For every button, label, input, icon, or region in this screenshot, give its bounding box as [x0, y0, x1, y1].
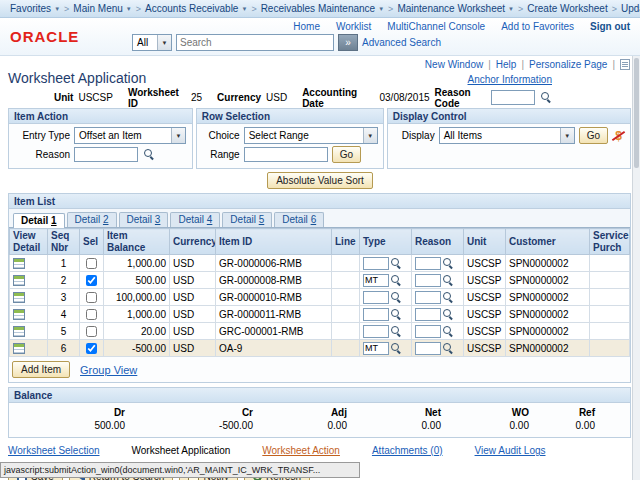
breadcrumb-item[interactable]: Main Menu▼	[73, 3, 131, 14]
column-header[interactable]: Customer	[506, 229, 590, 255]
tab-detail-1[interactable]: Detail 1	[13, 213, 65, 228]
unit-cell: USCSP	[464, 306, 506, 323]
search-scope-select[interactable]: All ▼	[132, 34, 172, 51]
column-header[interactable]: Sel	[80, 229, 104, 255]
lookup-icon[interactable]	[443, 275, 454, 286]
footer-link[interactable]: Attachments (0)	[372, 445, 443, 456]
type-input[interactable]	[363, 274, 389, 287]
choice-select[interactable]: Select Range ▼	[244, 127, 378, 144]
footer-link[interactable]: View Audit Logs	[475, 445, 546, 456]
page-link[interactable]: Help	[496, 59, 517, 70]
column-header[interactable]: Type	[360, 229, 412, 255]
row-select-checkbox[interactable]	[86, 309, 97, 320]
search-input[interactable]	[176, 34, 334, 51]
type-input[interactable]	[363, 291, 389, 304]
type-input[interactable]	[363, 308, 389, 321]
lookup-icon[interactable]	[391, 258, 402, 269]
top-nav-link[interactable]: Home	[293, 21, 320, 32]
anchor-information-link[interactable]: Anchor Information	[468, 74, 553, 85]
reason-input[interactable]	[415, 291, 441, 304]
lookup-icon[interactable]	[391, 292, 402, 303]
lookup-icon[interactable]	[443, 292, 454, 303]
absolute-value-sort-button[interactable]: Absolute Value Sort	[267, 172, 373, 189]
top-nav-link[interactable]: Worklist	[336, 21, 371, 32]
top-nav-link[interactable]: MultiChannel Console	[387, 21, 485, 32]
lookup-icon[interactable]	[541, 92, 552, 103]
view-detail-icon[interactable]	[13, 275, 25, 286]
tab-detail-2[interactable]: Detail 2	[67, 212, 117, 227]
display-select[interactable]: All Items ▼	[439, 127, 575, 144]
sign-out-link[interactable]: Sign out	[590, 21, 630, 32]
item-action-title: Item Action	[9, 109, 192, 124]
breadcrumb-item[interactable]: Update Worksheet	[621, 3, 640, 14]
tab-detail-6[interactable]: Detail 6	[274, 212, 324, 227]
column-header[interactable]: Reason	[412, 229, 464, 255]
view-detail-icon[interactable]	[13, 326, 25, 337]
row-select-checkbox[interactable]	[86, 343, 97, 354]
top-nav-link[interactable]: Add to Favorites	[501, 21, 574, 32]
column-header[interactable]: View Detail	[10, 229, 48, 255]
display-go-button[interactable]: Go	[579, 127, 608, 144]
advanced-search-link[interactable]: Advanced Search	[362, 37, 441, 48]
view-detail-icon[interactable]	[13, 309, 25, 320]
view-detail-icon[interactable]	[13, 258, 25, 269]
reason-input[interactable]	[415, 325, 441, 338]
lookup-icon[interactable]	[144, 149, 155, 160]
currency-symbol-toggle-icon[interactable]: $	[612, 129, 625, 143]
view-detail-icon[interactable]	[13, 343, 25, 354]
reason-input[interactable]	[415, 308, 441, 321]
reason-input[interactable]	[415, 257, 441, 270]
page-link[interactable]: New Window	[425, 59, 483, 70]
lookup-icon[interactable]	[391, 326, 402, 337]
row-select-checkbox[interactable]	[86, 326, 97, 337]
item-action-reason-input[interactable]	[74, 147, 138, 162]
lookup-icon[interactable]	[391, 275, 402, 286]
column-header[interactable]: Unit	[464, 229, 506, 255]
breadcrumb-item[interactable]: Accounts Receivable▼	[145, 3, 247, 14]
footer-link[interactable]: Worksheet Action	[262, 445, 340, 456]
breadcrumb-item[interactable]: Create Worksheet	[527, 3, 607, 14]
breadcrumb-item[interactable]: Receivables Maintenance▼	[261, 3, 384, 14]
tab-detail-5[interactable]: Detail 5	[222, 212, 272, 227]
column-header[interactable]: Service Purch	[590, 229, 630, 255]
type-input[interactable]	[363, 342, 389, 355]
tab-detail-4[interactable]: Detail 4	[170, 212, 220, 227]
column-header[interactable]: Item ID	[216, 229, 332, 255]
lookup-icon[interactable]	[443, 258, 454, 269]
row-select-checkbox[interactable]	[86, 292, 97, 303]
reason-code-input[interactable]	[491, 90, 535, 105]
type-input[interactable]	[363, 325, 389, 338]
reason-input[interactable]	[415, 274, 441, 287]
copy-url-icon[interactable]	[620, 59, 630, 70]
view-detail-icon[interactable]	[13, 292, 25, 303]
range-go-button[interactable]: Go	[332, 146, 361, 163]
lookup-icon[interactable]	[443, 343, 454, 354]
type-input[interactable]	[363, 257, 389, 270]
column-header[interactable]: Seq Nbr	[48, 229, 80, 255]
lookup-icon[interactable]	[391, 343, 402, 354]
scrollbar-thumb[interactable]	[634, 58, 639, 168]
column-header[interactable]: Item Balance	[104, 229, 170, 255]
column-header[interactable]: Line	[332, 229, 360, 255]
tab-detail-3[interactable]: Detail 3	[119, 212, 169, 227]
entry-type-select[interactable]: Offset an Item ▼	[74, 127, 186, 144]
group-view-link[interactable]: Group View	[80, 364, 137, 376]
lookup-icon[interactable]	[443, 309, 454, 320]
range-input[interactable]	[244, 147, 328, 162]
column-header[interactable]: Currency	[170, 229, 216, 255]
breadcrumb-item[interactable]: Favorites▼	[10, 3, 60, 14]
service-cell	[590, 272, 630, 289]
page-link[interactable]: Personalize Page	[529, 59, 607, 70]
balance-label: Cr	[125, 407, 253, 418]
breadcrumb-item[interactable]: Maintenance Worksheet▼	[397, 3, 514, 14]
sel-cell	[80, 272, 104, 289]
lookup-icon[interactable]	[391, 309, 402, 320]
row-select-checkbox[interactable]	[86, 258, 97, 269]
add-item-button[interactable]: Add Item	[12, 361, 70, 378]
vertical-scrollbar[interactable]	[632, 56, 640, 480]
reason-input[interactable]	[415, 342, 441, 355]
footer-link[interactable]: Worksheet Selection	[8, 445, 100, 456]
search-go-button[interactable]: »	[338, 34, 358, 51]
lookup-icon[interactable]	[443, 326, 454, 337]
row-select-checkbox[interactable]	[86, 275, 97, 286]
